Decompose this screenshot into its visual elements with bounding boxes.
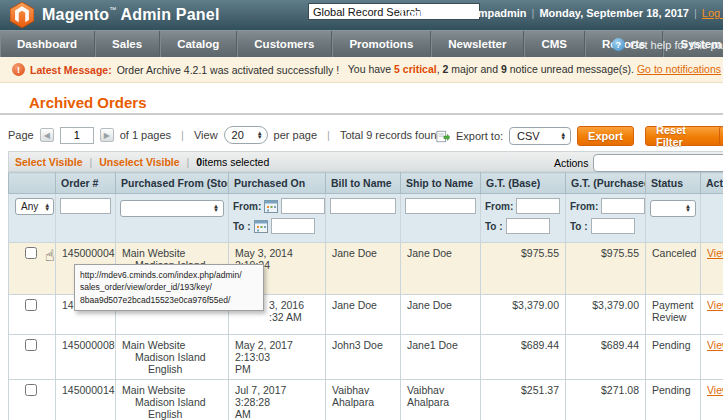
nav-item-dashboard[interactable]: Dashboard: [0, 31, 95, 57]
status-cell: Canceled: [646, 243, 701, 295]
col-bill-to[interactable]: Bill to Name: [326, 173, 401, 194]
session-info: Logged in as cmpadmin|Monday, September …: [401, 7, 723, 19]
ship-to-cell: Jane1 Doe: [401, 335, 481, 380]
export-icon: [436, 130, 450, 143]
filter-store-select[interactable]: ▲▼: [120, 200, 224, 217]
page-number-input[interactable]: [60, 127, 94, 144]
filter-bill-to-input[interactable]: [330, 198, 396, 214]
nav-item-cms[interactable]: CMS: [524, 31, 585, 57]
row-checkbox[interactable]: [25, 299, 37, 311]
gt-base-cell: $251.37: [481, 380, 566, 420]
export-format-select[interactable]: CSV▲▼: [509, 127, 571, 145]
filter-gt-base-to-input[interactable]: [506, 218, 550, 234]
bill-to-cell: Vaibhav Ahalpara: [326, 380, 401, 420]
logged-in-text: Logged in as cmpadmin: [401, 7, 527, 19]
nav-item-catalog[interactable]: Catalog: [160, 31, 237, 57]
total-records-label: Total 9 records found: [340, 129, 443, 141]
notification-bar: ! Latest Message: Order Archive 4.2.1 wa…: [0, 57, 723, 83]
nav-item-promotions[interactable]: Promotions: [332, 31, 431, 57]
hand-cursor-icon: ☝: [45, 246, 55, 265]
view-link[interactable]: View: [707, 247, 723, 259]
purchased-on-cell: May 2, 2017 2:13:03PM: [229, 335, 326, 380]
reset-filter-button[interactable]: Reset Filter: [645, 126, 723, 146]
get-help-label: Get help for this page: [630, 39, 723, 51]
select-arrows-icon: ▲▼: [560, 132, 566, 140]
actions-group: Actions ▲▼ Submit: [554, 153, 723, 173]
store-cell: Main WebsiteMadison IslandEnglish: [116, 380, 229, 420]
bill-to-cell: John3 Doe: [326, 335, 401, 380]
filter-order-input[interactable]: [60, 198, 111, 214]
status-cell: Pending: [646, 380, 701, 420]
get-help-link[interactable]: ? Get help for this page: [612, 31, 723, 58]
gt-base-cell: $3,379.00: [481, 295, 566, 335]
status-cell: Pending: [646, 335, 701, 380]
row-checkbox[interactable]: [25, 384, 37, 396]
nav-item-newsletter[interactable]: Newsletter: [431, 31, 524, 57]
page-title: Archived Orders: [29, 94, 147, 111]
calendar-icon[interactable]: [264, 200, 278, 213]
tooltip-line: http://mdev6.cminds.com/index.php/admin/: [80, 269, 258, 281]
actions-select[interactable]: ▲▼: [593, 154, 723, 172]
gt-base-cell: $975.55: [481, 243, 566, 295]
filter-gt-purchased-to-input[interactable]: [591, 218, 635, 234]
gt-base-cell: $689.44: [481, 335, 566, 380]
filter-date-to-input[interactable]: [271, 218, 315, 234]
export-button[interactable]: Export: [577, 126, 634, 146]
col-order[interactable]: Order #: [56, 173, 116, 194]
order-row[interactable]: 145000014 Main WebsiteMadison IslandEngl…: [9, 380, 723, 420]
per-page-select[interactable]: 20▲▼: [224, 126, 268, 144]
latest-message-label: Latest Message:: [30, 64, 112, 76]
col-store[interactable]: Purchased From (Store): [116, 173, 229, 194]
next-page-button[interactable]: ▶: [100, 128, 114, 142]
unselect-visible-link[interactable]: Unselect Visible: [99, 156, 179, 168]
title-divider: [0, 113, 723, 115]
tooltip-line: 8baa9d507e2bcad15523e0ca976f55ed/: [80, 294, 258, 306]
bill-to-cell: Jane Doe: [326, 295, 401, 335]
col-gt-base[interactable]: G.T. (Base): [481, 173, 566, 194]
filter-gt-purchased-from-input[interactable]: [601, 198, 645, 214]
col-status[interactable]: Status: [646, 173, 701, 194]
logout-link[interactable]: Log Out: [702, 7, 723, 19]
url-tooltip: http://mdev6.cminds.com/index.php/admin/…: [74, 264, 264, 311]
ship-to-cell: Jane Doe: [401, 295, 481, 335]
status-cell: Payment Review: [646, 295, 701, 335]
prev-page-button[interactable]: ◀: [40, 128, 54, 142]
nav-item-customers[interactable]: Customers: [237, 31, 332, 57]
col-action[interactable]: Action: [701, 173, 723, 194]
view-link[interactable]: View: [707, 299, 723, 311]
row-checkbox[interactable]: [25, 339, 37, 351]
view-link[interactable]: View: [707, 384, 723, 396]
order-row[interactable]: 145000008 Main WebsiteMadison IslandEngl…: [9, 335, 723, 380]
critical-count: 5 critical: [394, 63, 437, 75]
select-arrows-icon: ▲▼: [257, 131, 263, 139]
calendar-icon[interactable]: [254, 220, 268, 233]
col-gt-purchased[interactable]: G.T. (Purchased): [566, 173, 646, 194]
row-checkbox[interactable]: [25, 247, 37, 259]
filter-gt-base-from-input[interactable]: [516, 198, 560, 214]
col-ship-to[interactable]: Ship to Name: [401, 173, 481, 194]
export-to-label: Export to:: [456, 130, 503, 142]
nav-item-sales[interactable]: Sales: [95, 31, 160, 57]
gt-purchased-cell: $271.08: [566, 380, 646, 420]
select-visible-link[interactable]: Select Visible: [15, 156, 83, 168]
go-to-notifications-link[interactable]: Go to notifications: [637, 63, 721, 75]
page-label: Page: [8, 129, 34, 141]
top-header-bar: Magento™ Admin Panel Logged in as cmpadm…: [0, 0, 723, 30]
order-number: 145000014: [56, 380, 116, 420]
filter-ship-to-input[interactable]: [405, 198, 476, 214]
bill-to-cell: Jane Doe: [326, 243, 401, 295]
filter-date-from-input[interactable]: [281, 198, 325, 214]
magento-logo-icon: [10, 2, 34, 28]
col-purchased-on[interactable]: Purchased On: [229, 173, 326, 194]
latest-message: ! Latest Message: Order Archive 4.2.1 wa…: [0, 63, 339, 76]
search-button[interactable]: Search: [719, 126, 723, 146]
current-date: Monday, September 18, 2017: [539, 7, 689, 19]
filter-status-select[interactable]: ▲▼: [650, 200, 696, 217]
view-link[interactable]: View: [707, 339, 723, 351]
massaction-links: Select Visible | Unselect Visible | 0 it…: [9, 156, 269, 168]
selected-suffix: items selected: [202, 156, 269, 168]
grid-header-row: Order # Purchased From (Store) Purchased…: [9, 173, 723, 194]
view-label: View: [194, 129, 218, 141]
unread-messages-summary: You have 5 critical, 2 major and 9 notic…: [348, 63, 721, 75]
mass-select-mode[interactable]: Any▲▼: [15, 198, 54, 215]
